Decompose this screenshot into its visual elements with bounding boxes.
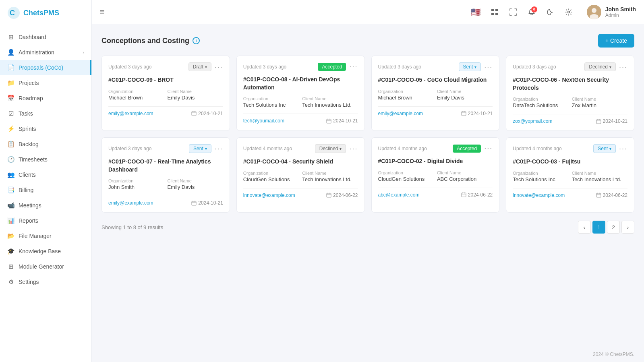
create-button[interactable]: + Create xyxy=(598,34,634,48)
sidebar-item-clients[interactable]: 👥 Clients xyxy=(0,167,91,182)
card-date: 2024-06-22 xyxy=(326,192,358,198)
status-badge[interactable]: Accepted xyxy=(453,145,481,153)
page-2-button[interactable]: 2 xyxy=(607,221,620,234)
settings-icon[interactable] xyxy=(562,6,575,19)
card-email[interactable]: emily@example.com xyxy=(378,111,423,116)
org-field: Organization Michael Brown xyxy=(378,89,434,101)
sidebar-item-file-manager[interactable]: 📂 File Manager xyxy=(0,228,91,244)
caret-icon: ▾ xyxy=(474,65,476,69)
status-badge[interactable]: Sent ▾ xyxy=(459,62,481,71)
client-field: Client Name ABC Corporation xyxy=(437,170,493,182)
sidebar-item-module-generator[interactable]: ⊞ Module Generator xyxy=(0,259,91,274)
notification-bell[interactable]: 0 xyxy=(525,6,538,19)
card-email[interactable]: innovate@example.com xyxy=(513,192,565,198)
fullscreen-icon[interactable] xyxy=(507,6,520,19)
svg-text:C: C xyxy=(10,9,15,17)
flag-icon[interactable]: 🇺🇸 xyxy=(470,6,482,19)
org-label: Organization xyxy=(378,89,434,94)
card-footer: emily@example.com 2024-10-21 xyxy=(108,196,223,206)
card-menu-dots[interactable]: ··· xyxy=(349,145,358,153)
calendar-icon xyxy=(326,192,331,198)
sidebar-item-proposals[interactable]: 📄 Proposals (CoCo) xyxy=(0,60,91,75)
card-email[interactable]: abc@example.com xyxy=(378,192,420,198)
card-menu-dots[interactable]: ··· xyxy=(619,145,627,153)
card-updated: Updated 3 days ago xyxy=(513,64,556,70)
sidebar-item-reports[interactable]: 📊 Reports xyxy=(0,213,91,228)
client-field: Client Name Tech Innovations Ltd. xyxy=(302,96,358,108)
sidebar-item-settings[interactable]: ⚙ Settings xyxy=(0,274,91,290)
card-footer: emily@example.com 2024-10-21 xyxy=(108,106,223,116)
notification-badge: 0 xyxy=(531,6,537,12)
card-header: Updated 3 days ago Draft ▾ ··· xyxy=(108,62,223,71)
proposal-card: Updated 3 days ago Sent ▾ ··· #C01P-COCO… xyxy=(101,137,230,213)
card-menu-dots[interactable]: ··· xyxy=(484,63,493,71)
meetings-icon: 📹 xyxy=(7,202,14,209)
proposal-card: Updated 3 days ago Sent ▾ ··· #C01P-COCO… xyxy=(371,56,500,131)
sidebar-item-knowledge-base[interactable]: 🎓 Knowledge Base xyxy=(0,244,91,259)
status-badge[interactable]: Draft ▾ xyxy=(188,62,211,71)
logo[interactable]: C ChetsPMS xyxy=(0,0,91,26)
proposal-card: Updated 4 months ago Accepted ··· #C01P-… xyxy=(371,137,500,213)
org-label: Organization xyxy=(378,170,434,175)
org-field: Organization Tech Solutions Inc xyxy=(243,96,299,108)
footer: 2024 © ChetsPMS. xyxy=(92,347,644,362)
svg-point-6 xyxy=(567,11,569,13)
file-manager-icon: 📂 xyxy=(7,232,14,240)
sidebar-item-projects[interactable]: 📁 Projects xyxy=(0,75,91,91)
org-field: Organization DataTech Solutions xyxy=(513,97,568,108)
svg-rect-5 xyxy=(495,13,498,15)
page-1-button[interactable]: 1 xyxy=(592,221,605,234)
grid-icon[interactable] xyxy=(488,6,501,19)
sidebar-item-tasks[interactable]: ☑ Tasks xyxy=(0,106,91,121)
sidebar-item-backlog[interactable]: 📋 Backlog xyxy=(0,137,91,152)
client-label: Client Name xyxy=(437,89,493,94)
dark-mode-icon[interactable] xyxy=(544,6,557,19)
page-content: Conceptions and Costing i + Create Updat… xyxy=(92,24,644,347)
card-email[interactable]: emily@example.com xyxy=(108,111,153,116)
card-menu-dots[interactable]: ··· xyxy=(215,63,223,71)
card-menu-dots[interactable]: ··· xyxy=(215,145,223,153)
calendar-icon xyxy=(596,119,601,124)
svg-rect-11 xyxy=(327,119,331,123)
org-value: CloudGen Solutions xyxy=(243,176,299,182)
sidebar-item-timesheets[interactable]: 🕐 Timesheets xyxy=(0,152,91,167)
sidebar-item-dashboard[interactable]: ⊞ Dashboard xyxy=(0,29,91,45)
status-badge[interactable]: Sent ▾ xyxy=(189,144,211,153)
card-fields: Organization Michael Brown Client Name E… xyxy=(108,89,223,101)
card-email[interactable]: innovate@example.com xyxy=(243,192,295,198)
card-date: 2024-06-22 xyxy=(596,192,627,198)
hamburger-icon[interactable]: ≡ xyxy=(100,7,105,17)
status-badge[interactable]: Sent ▾ xyxy=(593,144,616,153)
sidebar-item-billing[interactable]: 📑 Billing xyxy=(0,182,91,198)
card-menu-dots[interactable]: ··· xyxy=(349,62,358,71)
status-badge[interactable]: Declined ▾ xyxy=(315,144,346,153)
card-email[interactable]: emily@example.com xyxy=(108,200,153,206)
sidebar-item-administration[interactable]: 👤 Administration › xyxy=(0,45,91,60)
info-icon[interactable]: i xyxy=(193,37,200,44)
sidebar-item-meetings[interactable]: 📹 Meetings xyxy=(0,198,91,213)
next-page-button[interactable]: › xyxy=(621,221,634,234)
status-badge[interactable]: Accepted xyxy=(318,63,346,71)
user-info[interactable]: John Smith Admin xyxy=(587,5,636,19)
caret-icon: ▾ xyxy=(609,147,611,151)
card-email[interactable]: tech@youmail.com xyxy=(243,118,284,124)
card-menu-dots[interactable]: ··· xyxy=(484,144,493,153)
administration-icon: 👤 xyxy=(7,49,14,56)
card-menu-dots[interactable]: ··· xyxy=(619,63,627,71)
card-header: Updated 3 days ago Accepted ··· xyxy=(243,62,358,71)
card-email[interactable]: zox@yopmail.com xyxy=(513,118,552,124)
reports-icon: 📊 xyxy=(7,217,14,224)
prev-page-button[interactable]: ‹ xyxy=(578,221,591,234)
sidebar-item-roadmap[interactable]: 📅 Roadmap xyxy=(0,91,91,106)
card-date: 2024-10-21 xyxy=(191,111,223,116)
calendar-icon xyxy=(461,192,466,197)
sidebar-item-label: Billing xyxy=(19,187,33,193)
card-date: 2024-10-21 xyxy=(191,200,223,206)
card-title: #C01P-COCO-05 - CoCo Cloud Migration xyxy=(378,76,493,84)
calendar-icon xyxy=(191,111,197,116)
status-badge[interactable]: Declined ▾ xyxy=(584,62,616,71)
svg-rect-16 xyxy=(462,193,466,197)
svg-point-8 xyxy=(592,8,596,13)
card-updated: Updated 3 days ago xyxy=(243,64,286,70)
sidebar-item-sprints[interactable]: ⚡ Sprints xyxy=(0,121,91,137)
